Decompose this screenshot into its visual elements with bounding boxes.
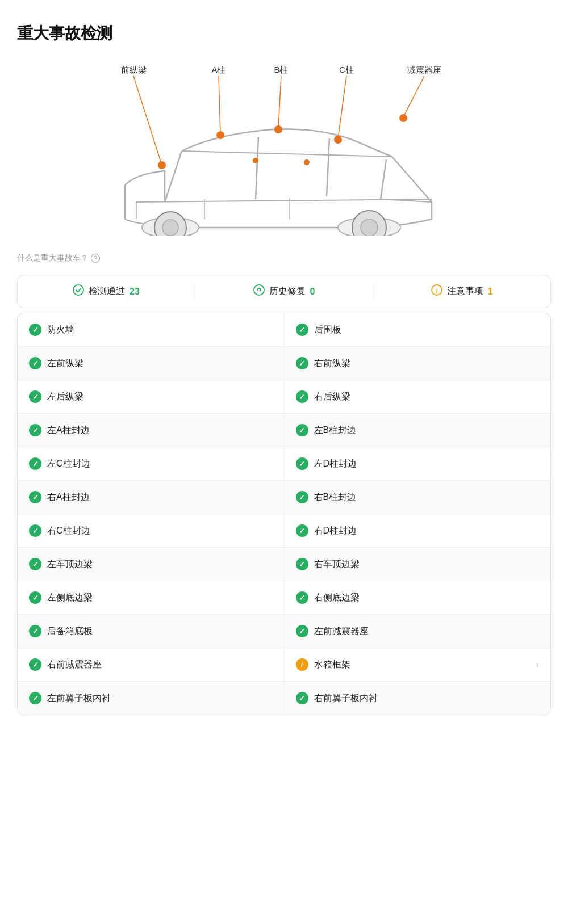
check-icon — [296, 558, 308, 570]
check-icon — [29, 390, 41, 403]
notice-label: 注意事项 — [447, 285, 483, 297]
checklist-item-label: 右B柱封边 — [314, 492, 357, 503]
checklist-cell-left: 右C柱封边 — [18, 514, 284, 547]
svg-line-9 — [403, 76, 424, 117]
svg-text:前纵梁: 前纵梁 — [121, 65, 147, 74]
svg-point-21 — [253, 158, 258, 163]
info-icon — [296, 658, 308, 671]
page-title: 重大事故检测 — [17, 23, 551, 44]
check-icon — [296, 357, 308, 369]
checklist-cell-right: 右B柱封边 — [284, 481, 551, 514]
car-diagram: 前纵梁 A柱 B柱 C柱 减震器座 — [17, 60, 551, 253]
chevron-right-icon: › — [536, 659, 539, 671]
checklist-cell-left: 左后纵梁 — [18, 380, 284, 413]
checklist-item-label: 左A柱封边 — [47, 425, 90, 436]
repair-icon — [253, 284, 265, 299]
svg-point-15 — [361, 219, 378, 236]
checklist-item-label: 右前纵梁 — [314, 358, 350, 369]
svg-text:A柱: A柱 — [211, 65, 225, 74]
check-icon — [296, 424, 308, 436]
checklist-item-label: 防火墙 — [47, 324, 74, 336]
pass-icon — [73, 284, 84, 299]
checklist-cell-left: 左前翼子板内衬 — [18, 682, 284, 715]
checklist-cell-right: 后围板 — [284, 313, 551, 346]
svg-point-13 — [162, 220, 178, 236]
check-icon — [296, 591, 308, 604]
check-icon — [29, 692, 41, 704]
checklist-cell-left: 后备箱底板 — [18, 615, 284, 648]
checklist-item-label: 右C柱封边 — [47, 525, 90, 537]
repair-label: 历史修复 — [269, 285, 306, 297]
checklist-cell-right: 右D柱封边 — [284, 514, 551, 547]
svg-line-8 — [338, 76, 346, 138]
checklist-cell-left: 右前减震器座 — [18, 648, 284, 681]
svg-point-19 — [334, 136, 342, 144]
summary-notice: i 注意事项 1 — [373, 284, 550, 299]
check-icon — [29, 625, 41, 637]
table-row: 后备箱底板左前减震器座 — [18, 615, 550, 648]
checklist-cell-right: 左前减震器座 — [284, 615, 551, 648]
check-icon — [296, 625, 308, 637]
checklist-item-label: 右D柱封边 — [314, 525, 357, 537]
svg-text:减震器座: 减震器座 — [407, 65, 441, 74]
subtitle-text: 什么是重大事故车？ — [17, 253, 89, 263]
svg-point-20 — [399, 114, 407, 122]
check-icon — [296, 390, 308, 403]
checklist-item-label: 左后纵梁 — [47, 391, 83, 403]
notice-count: 1 — [488, 287, 493, 297]
checklist-cell-right: 右侧底边梁 — [284, 581, 551, 614]
checklist-cell-left: 左A柱封边 — [18, 414, 284, 447]
summary-bar: 检测通过 23 历史修复 0 i 注意事项 1 — [17, 275, 551, 308]
check-icon — [29, 558, 41, 570]
table-row: 防火墙后围板 — [18, 313, 550, 347]
checklist-item-label: 后围板 — [314, 324, 341, 336]
checklist-item-label: 右车顶边梁 — [314, 558, 360, 570]
table-row: 左前纵梁右前纵梁 — [18, 347, 550, 380]
checklist-item-label: 左前减震器座 — [314, 625, 369, 637]
svg-point-16 — [158, 161, 166, 169]
checklist-item-label: 右A柱封边 — [47, 492, 90, 503]
checklist-item-label: 左前翼子板内衬 — [47, 692, 111, 704]
check-icon — [296, 491, 308, 503]
checklist-cell-left: 左车顶边梁 — [18, 548, 284, 581]
svg-point-17 — [216, 131, 224, 139]
checklist-item-label: 左侧底边梁 — [47, 592, 93, 604]
checklist-cell-left: 防火墙 — [18, 313, 284, 346]
notice-icon: i — [431, 284, 442, 299]
checklist-item-label: 左D柱封边 — [314, 458, 357, 470]
check-icon — [29, 491, 41, 503]
checklist-item-label: 右侧底边梁 — [314, 592, 360, 604]
check-icon — [296, 524, 308, 537]
checklist-item-label: 左前纵梁 — [47, 358, 83, 369]
svg-point-23 — [73, 285, 83, 295]
svg-line-7 — [278, 76, 281, 128]
table-row[interactable]: 右前减震器座水箱框架› — [18, 648, 550, 682]
checklist-item-label: 左B柱封边 — [314, 425, 357, 436]
table-row: 左车顶边梁右车顶边梁 — [18, 548, 550, 581]
check-icon — [29, 658, 41, 671]
checklist-container: 防火墙后围板左前纵梁右前纵梁左后纵梁右后纵梁左A柱封边左B柱封边左C柱封边左D柱… — [17, 313, 551, 715]
svg-line-6 — [219, 76, 220, 134]
checklist-cell-right: 右车顶边梁 — [284, 548, 551, 581]
table-row: 右C柱封边右D柱封边 — [18, 514, 550, 548]
checklist-cell-left: 左前纵梁 — [18, 347, 284, 380]
svg-text:i: i — [436, 287, 437, 295]
subtitle-link[interactable]: 什么是重大事故车？ ? — [17, 253, 551, 263]
checklist-cell-left: 左侧底边梁 — [18, 581, 284, 614]
help-icon[interactable]: ? — [91, 254, 100, 263]
checklist-item-label: 后备箱底板 — [47, 625, 93, 637]
svg-text:C柱: C柱 — [339, 65, 354, 74]
svg-point-22 — [304, 159, 310, 165]
checklist-item-label: 水箱框架 — [314, 659, 350, 671]
checklist-item-label: 右后纵梁 — [314, 391, 350, 403]
table-row: 左前翼子板内衬右前翼子板内衬 — [18, 682, 550, 715]
checklist-cell-right[interactable]: 水箱框架› — [284, 648, 551, 681]
checklist-cell-left: 左C柱封边 — [18, 447, 284, 480]
checklist-item-label: 左C柱封边 — [47, 458, 90, 470]
checklist-item-label: 右前翼子板内衬 — [314, 692, 378, 704]
check-icon — [296, 324, 308, 336]
check-icon — [296, 457, 308, 470]
table-row: 左C柱封边左D柱封边 — [18, 447, 550, 481]
check-icon — [29, 357, 41, 369]
checklist-cell-right: 右前翼子板内衬 — [284, 682, 551, 715]
